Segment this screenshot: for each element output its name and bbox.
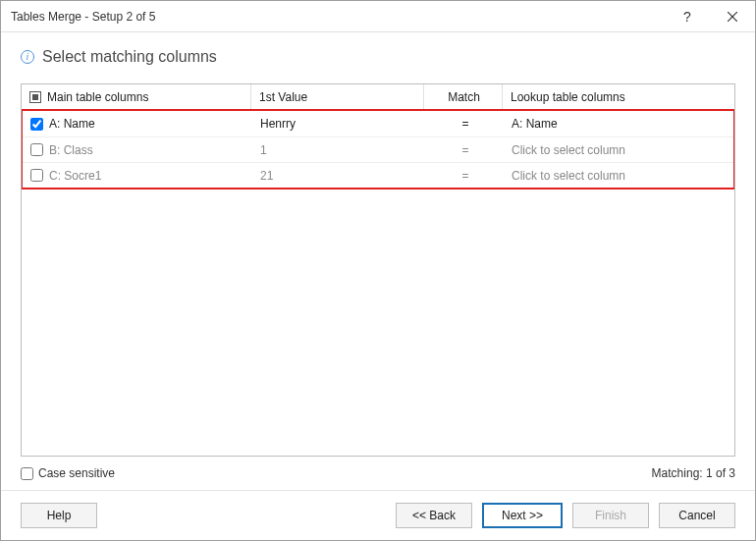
window-title: Tables Merge - Setup 2 of 5 [11,10,665,24]
header-main-label: Main table columns [47,90,148,104]
header-first-label: 1st Value [259,90,307,104]
dialog-window: Tables Merge - Setup 2 of 5 ? i Select m… [0,0,756,541]
info-icon: i [21,50,34,64]
titlebar: Tables Merge - Setup 2 of 5 ? [1,1,755,32]
table-row[interactable]: A: Name Henrry = A: Name [23,111,733,136]
select-all-checkbox[interactable] [29,91,41,103]
grid-header-row: Main table columns 1st Value Match Looku… [22,84,734,110]
grid-empty-area [22,189,734,456]
row-first-value: Henrry [252,111,425,136]
row-lookup-cell[interactable]: A: Name [504,111,733,136]
header-match-label: Match [448,90,480,104]
page-header: i Select matching columns [21,48,735,66]
row-lookup-cell[interactable]: Click to select column [504,137,733,162]
header-lookup-label: Lookup table columns [511,90,625,104]
case-sensitive-checkbox[interactable] [21,467,33,480]
case-sensitive-label: Case sensitive [38,466,115,480]
finish-button: Finish [572,503,649,528]
content-area: i Select matching columns Main table col… [1,32,755,490]
back-button[interactable]: << Back [396,503,472,528]
row-lookup-cell[interactable]: Click to select column [504,163,733,188]
close-icon [728,12,737,22]
table-row[interactable]: B: Class 1 = Click to select column [23,136,733,162]
header-main-columns[interactable]: Main table columns [22,84,251,109]
row-checkbox[interactable] [30,169,43,182]
row-first-value: 1 [252,137,425,162]
case-sensitive-option[interactable]: Case sensitive [21,466,115,480]
row-main-label: B: Class [49,143,93,157]
row-main-label: C: Socre1 [49,169,101,183]
options-row: Case sensitive Matching: 1 of 3 [21,466,735,480]
highlighted-rows: A: Name Henrry = A: Name B: Class 1 = Cl… [21,109,735,189]
page-title: Select matching columns [42,48,217,66]
header-match[interactable]: Match [424,84,503,109]
button-bar: Help << Back Next >> Finish Cancel [1,490,755,540]
columns-grid: Main table columns 1st Value Match Looku… [21,83,735,457]
row-checkbox[interactable] [30,143,43,156]
header-lookup-columns[interactable]: Lookup table columns [503,84,734,109]
row-checkbox[interactable] [30,118,43,131]
table-row[interactable]: C: Socre1 21 = Click to select column [23,162,733,188]
row-match-cell[interactable]: = [425,137,504,162]
close-button[interactable] [710,1,755,32]
row-match-cell[interactable]: = [425,163,504,188]
cancel-button[interactable]: Cancel [659,503,735,528]
help-button[interactable]: Help [21,503,97,528]
header-first-value[interactable]: 1st Value [251,84,424,109]
next-button[interactable]: Next >> [482,503,563,528]
help-titlebar-button[interactable]: ? [665,1,710,32]
row-first-value: 21 [252,163,425,188]
row-main-label: A: Name [49,117,95,131]
row-match-cell[interactable]: = [425,111,504,136]
matching-status: Matching: 1 of 3 [652,466,735,480]
